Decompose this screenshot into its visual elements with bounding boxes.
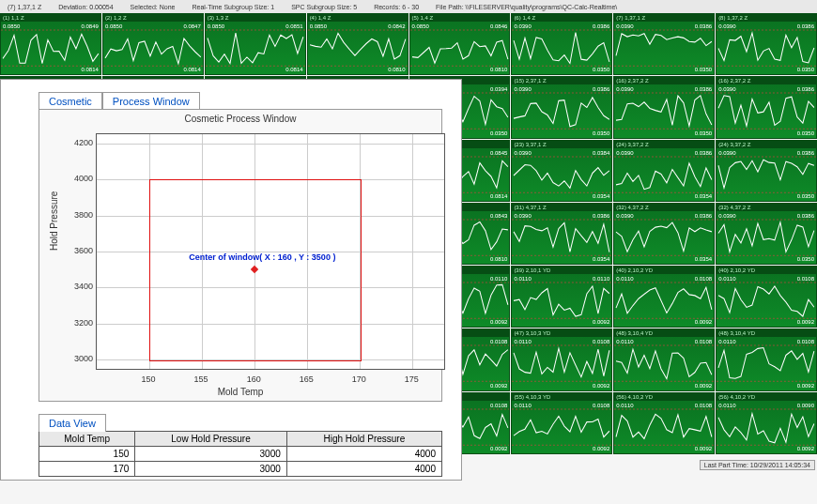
y-tick: 4000	[69, 174, 93, 183]
spc-mini-chart[interactable]: (8) 1,37,2 Z0.03900.03860.0350	[716, 13, 817, 75]
cosmetic-process-chart: Cosmetic Process Window Hold Pressure Ce…	[39, 109, 442, 402]
tab-cosmetic[interactable]: Cosmetic	[39, 92, 102, 110]
spc-mini-chart[interactable]: (48) 3,10,4 YD0.01100.01080.0092	[613, 328, 715, 390]
spc-mini-chart[interactable]: (15) 2,37,1 Z0.03900.03860.0350	[511, 76, 612, 138]
data-table: Mold Temp Low Hold Pressure High Hold Pr…	[39, 431, 442, 477]
mini-chart-title: (32) 4,37,2 Z	[614, 204, 715, 211]
spc-mini-chart[interactable]: (55) 4,10,3 YD0.01100.01080.0092	[511, 392, 612, 454]
spc-mini-chart[interactable]: (48) 3,10,4 YD0.01100.01080.0092	[716, 328, 817, 390]
spc-mini-chart[interactable]: (1) 1,1 Z0.08500.08490.0814	[0, 13, 101, 75]
mini-chart-title: (8) 1,37,2 Z	[717, 14, 817, 22]
col-high-hp: High Hold Pressure	[286, 432, 441, 447]
mini-chart-title: (1) 1,1 Z	[1, 14, 101, 22]
y-tick: 3000	[69, 354, 93, 363]
mini-chart-title: (55) 4,10,3 YD	[512, 393, 612, 401]
mini-chart-title: (16) 2,37,2 Z	[717, 77, 817, 84]
spc-mini-chart[interactable]: (24) 3,37,2 Z0.03900.03860.0350	[716, 140, 817, 202]
spc-mini-chart[interactable]: (23) 3,37,1 Z0.03900.03840.0354	[511, 140, 612, 202]
mini-chart-title: (47) 3,10,3 YD	[512, 329, 612, 337]
process-window-overlay: CosmeticProcess Window Cosmetic Process …	[0, 79, 462, 481]
spc-mini-chart[interactable]: (24) 3,37,2 Z0.03900.03860.0354	[613, 140, 715, 202]
status-toolbar: (7) 1,37,1 Z Deviation: 0.00054 Selected…	[0, 0, 817, 14]
spc-mini-chart[interactable]: (16) 2,37,2 Z0.03900.03860.0350	[716, 76, 817, 138]
mini-chart-title: (39) 2,10,1 YD	[512, 267, 612, 274]
mini-chart-title: (2) 1,2 Z	[103, 14, 204, 22]
spc-mini-chart[interactable]: (40) 2,10,2 YD0.01100.01080.0092	[716, 266, 817, 328]
y-axis-label: Hold Pressure	[49, 191, 59, 251]
y-tick: 3400	[69, 282, 93, 291]
y-tick: 4200	[69, 138, 93, 147]
mini-chart-title: (16) 2,37,2 Z	[614, 77, 715, 84]
spc-mini-chart[interactable]: (32) 4,37,2 Z0.03900.03860.0354	[613, 203, 715, 265]
mini-chart-title: (4) 1,4 Z	[308, 14, 408, 22]
mini-chart-title: (56) 4,10,2 YD	[614, 393, 715, 401]
spc-mini-chart[interactable]: (32) 4,37,2 Z0.03900.03860.0350	[716, 203, 817, 265]
spc-mini-chart[interactable]: (6) 1,4 Z0.03900.03860.0350	[511, 13, 612, 75]
spc-mini-chart[interactable]: (47) 3,10,3 YD0.01100.01080.0092	[511, 328, 612, 390]
y-tick: 3200	[69, 318, 93, 328]
mini-chart-title: (15) 2,37,1 Z	[512, 77, 612, 84]
spc-mini-chart[interactable]: (7) 1,37,1 Z0.03900.03860.0350	[613, 13, 715, 75]
spc-mini-chart[interactable]: (56) 4,10,2 YD0.01100.01080.0092	[613, 392, 715, 454]
tab-data-view[interactable]: Data View	[39, 414, 106, 432]
toolbar-deviation: Deviation: 0.00054	[58, 4, 113, 10]
mini-chart-title: (7) 1,37,1 Z	[614, 14, 715, 22]
tab-process-window[interactable]: Process Window	[102, 92, 200, 110]
mini-chart-title: (32) 4,37,2 Z	[717, 204, 817, 211]
mini-chart-title: (3) 1,3 Z	[206, 14, 306, 22]
x-tick: 150	[142, 374, 156, 384]
center-annotation: Center of window( X : 160 , Y : 3500 )	[189, 252, 335, 262]
chart-title: Cosmetic Process Window	[39, 110, 441, 128]
spc-mini-chart[interactable]: (40) 2,10,2 YD0.01100.01080.0092	[613, 266, 715, 328]
mini-chart-title: (31) 4,37,1 Z	[512, 204, 612, 211]
x-tick: 170	[352, 374, 366, 384]
mini-chart-title: (24) 3,37,2 Z	[717, 141, 817, 148]
x-axis-label: Mold Temp	[218, 387, 264, 397]
x-tick: 175	[405, 374, 419, 384]
mini-chart-title: (40) 2,10,2 YD	[614, 267, 715, 274]
mini-chart-title: (5) 1,4 Z	[410, 14, 511, 22]
spc-mini-chart[interactable]: (2) 1,2 Z0.08500.08470.0814	[102, 13, 204, 75]
toolbar-spc: SPC Subgroup Size: 5	[291, 4, 357, 10]
spc-mini-chart[interactable]: (4) 1,4 Z0.08500.08420.0810	[307, 13, 408, 75]
footer-last-part: Last Part Time: 10/29/2011 14:05:34	[700, 460, 815, 470]
spc-mini-chart[interactable]: (39) 2,10,1 YD0.01100.01100.0092	[511, 266, 612, 328]
mini-chart-title: (6) 1,4 Z	[512, 14, 612, 22]
mini-chart-title: (48) 3,10,4 YD	[614, 329, 715, 337]
mini-chart-title: (40) 2,10,2 YD	[717, 267, 817, 274]
y-tick: 3800	[69, 210, 93, 220]
toolbar-filepath: File Path: \\FILESERVER\quality\programs…	[436, 4, 617, 10]
x-tick: 165	[300, 374, 314, 384]
toolbar-selected: Selected: None	[131, 4, 176, 10]
spc-mini-chart[interactable]: (16) 2,37,2 Z0.03900.03860.0350	[613, 76, 715, 138]
table-row[interactable]: 150 3000 4000	[39, 447, 442, 462]
mini-chart-title: (56) 4,10,2 YD	[717, 393, 817, 401]
spc-mini-chart[interactable]: (5) 1,4 Z0.08500.08460.0810	[409, 13, 511, 75]
col-low-hp: Low Hold Pressure	[135, 432, 287, 447]
toolbar-current: (7) 1,37,1 Z	[8, 4, 41, 10]
toolbar-records: Records: 6 - 30	[374, 4, 419, 10]
x-tick: 155	[194, 374, 208, 384]
table-row[interactable]: 170 3000 4000	[39, 462, 442, 477]
spc-mini-chart[interactable]: (56) 4,10,2 YD0.01100.00900.0092	[716, 392, 817, 454]
mini-chart-title: (23) 3,37,1 Z	[512, 141, 612, 148]
col-mold-temp: Mold Temp	[39, 432, 135, 447]
spc-mini-chart[interactable]: (31) 4,37,1 Z0.03900.03860.0354	[511, 203, 612, 265]
x-tick: 160	[247, 374, 261, 384]
mini-chart-title: (48) 3,10,4 YD	[717, 329, 817, 337]
y-tick: 3600	[69, 246, 93, 255]
spc-mini-chart[interactable]: (3) 1,3 Z0.08500.08510.0814	[205, 13, 306, 75]
toolbar-realtime: Real-Time Subgroup Size: 1	[192, 4, 274, 10]
mini-chart-title: (24) 3,37,2 Z	[614, 141, 715, 148]
plot-area: Center of window( X : 160 , Y : 3500 )	[96, 133, 445, 370]
